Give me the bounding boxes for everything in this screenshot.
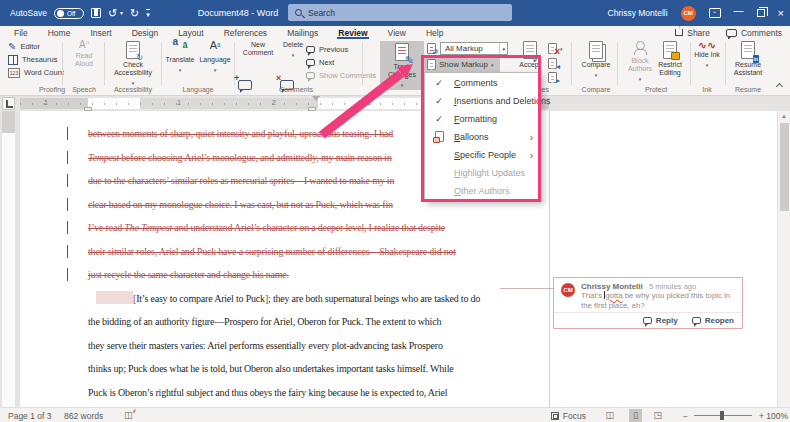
save-icon[interactable] xyxy=(91,8,101,18)
ribbon-tab[interactable]: References xyxy=(214,26,277,39)
comment-author: Chrissy Montelli xyxy=(581,282,643,291)
restore-icon[interactable] xyxy=(757,9,765,17)
show-markup-menu-item[interactable]: ✓ Insertions and Deletions › xyxy=(425,92,540,110)
check-accessibility-button[interactable]: Check Accessibility ▾ xyxy=(110,41,156,87)
ribbon-tab[interactable]: Mailings xyxy=(277,26,328,39)
previous-change-icon xyxy=(548,58,557,69)
comment-card[interactable]: CM Chrissy Montelli 5 minutes ago That’s… xyxy=(553,277,743,329)
new-comment-button[interactable]: New Comment xyxy=(238,41,278,57)
print-layout-button[interactable]: ▯ xyxy=(629,408,642,422)
previous-change-button[interactable] xyxy=(548,58,557,69)
read-aloud-button[interactable]: A Read Aloud xyxy=(66,41,102,68)
reply-icon xyxy=(643,317,652,324)
scrollbar[interactable]: ▲ xyxy=(777,111,790,407)
restrict-editing-button[interactable]: Restrict Editing xyxy=(651,41,689,77)
ruler-number: 2 xyxy=(272,99,276,106)
zoom-level[interactable]: 100% xyxy=(766,408,788,422)
web-layout-button[interactable]: ◳ xyxy=(649,408,666,422)
proofing-status-icon[interactable]: ◫ xyxy=(124,408,133,422)
hide-ink-button[interactable]: ∿∿ Hide Ink ▾ xyxy=(692,41,722,69)
previous-comment-button[interactable]: Previous xyxy=(302,43,348,56)
zoom-out-button[interactable]: − xyxy=(683,408,688,422)
compare-button[interactable]: Compare ▾ xyxy=(577,41,615,79)
show-comments-button[interactable]: Show Comments xyxy=(302,69,376,82)
comment-avatar: CM xyxy=(561,283,575,297)
search-input[interactable]: Search xyxy=(288,4,512,21)
redo-icon[interactable]: ↻ xyxy=(130,8,139,19)
ribbon-tab[interactable]: File xyxy=(4,26,38,39)
first-line-indent-marker[interactable] xyxy=(312,96,320,101)
resume-assistant-button[interactable]: Resume Assistant xyxy=(728,41,768,77)
previous-comment-icon xyxy=(306,46,315,53)
reject-button[interactable]: ▾ xyxy=(548,43,563,54)
show-markup-button[interactable]: Show Markup ▾ xyxy=(424,57,500,72)
word-count-status[interactable]: 862 words xyxy=(64,408,103,422)
ribbon-tab[interactable]: Home xyxy=(38,26,81,39)
scroll-up-icon[interactable]: ▲ xyxy=(781,113,787,119)
left-indent-marker[interactable] xyxy=(308,107,316,111)
collapse-ribbon-icon[interactable] xyxy=(776,83,783,90)
submenu-arrow-icon: › xyxy=(530,150,533,161)
ribbon-tabs: File Home Insert Design Layout Reference… xyxy=(4,26,453,39)
reopen-button[interactable]: Reopen xyxy=(692,316,734,325)
editor-icon: ✎ xyxy=(8,41,16,52)
ribbon-tab[interactable]: Design xyxy=(122,26,168,39)
zoom-slider-thumb[interactable] xyxy=(720,411,724,420)
ribbon-tab[interactable]: Help xyxy=(416,26,453,39)
show-markup-menu-item[interactable]: ✓ Comments › xyxy=(425,74,540,92)
ribbon-tab[interactable]: Review xyxy=(328,26,377,39)
all-markup-dropdown[interactable]: All Markup ▾ xyxy=(440,42,508,55)
user-name[interactable]: Chrissy Montelli xyxy=(608,8,668,18)
show-markup-menu-item[interactable]: ✓ Other Authors › xyxy=(425,182,540,200)
comment-highlight xyxy=(96,291,133,304)
ruler: 1 1234 xyxy=(0,96,790,111)
page-indicator[interactable]: Page 1 of 3 xyxy=(8,408,51,422)
show-markup-menu-item[interactable]: ✓ Specific People › xyxy=(425,146,540,164)
show-markup-icon xyxy=(427,59,436,70)
close-icon[interactable]: × xyxy=(778,8,784,18)
comments-button[interactable]: Comments xyxy=(726,28,782,38)
menu-item-label: Other Authors xyxy=(454,186,510,196)
resume-assistant-icon xyxy=(741,41,755,59)
track-changes-icon xyxy=(395,43,409,61)
next-change-icon xyxy=(548,72,557,83)
next-change-button[interactable] xyxy=(548,72,557,83)
hanging-indent-marker[interactable] xyxy=(84,107,92,111)
undo-caret-icon[interactable]: ▾ xyxy=(120,10,123,16)
ribbon-tab[interactable]: View xyxy=(378,26,416,39)
accept-icon xyxy=(523,41,537,59)
document-area: between moments of sharp, quiet intensit… xyxy=(0,111,790,407)
group-label-protect: Protect xyxy=(629,86,683,93)
read-aloud-icon: A xyxy=(79,41,89,50)
group-label-accessibility: Accessibility xyxy=(106,86,160,93)
scrollbar-thumb[interactable] xyxy=(780,123,789,211)
show-markup-menu-item[interactable]: ✓ Formatting › xyxy=(425,110,540,128)
focus-button[interactable]: Focus xyxy=(551,408,586,422)
language-button[interactable]: A Language ▾ xyxy=(197,41,233,74)
reject-icon xyxy=(548,43,557,54)
autosave-toggle[interactable]: Off xyxy=(54,8,84,19)
ribbon-display-options-icon[interactable]: ⌃ xyxy=(709,8,721,18)
minimize-icon[interactable]: — xyxy=(734,8,744,18)
customize-qat-icon[interactable]: ▾ xyxy=(146,9,150,18)
user-avatar[interactable]: CM xyxy=(681,6,696,21)
track-changes-button[interactable]: Track Changes ▾ xyxy=(380,41,424,90)
group-accessibility: Check Accessibility ▾ Accessibility xyxy=(106,39,160,95)
show-markup-menu-item[interactable]: ✓ Highlight Updates › xyxy=(425,164,540,182)
read-mode-button[interactable]: ◫ xyxy=(601,408,618,422)
share-button[interactable]: Share xyxy=(675,28,710,38)
zoom-in-button[interactable]: + xyxy=(759,408,764,422)
ribbon-tab[interactable]: Insert xyxy=(80,26,121,39)
vertical-ruler[interactable] xyxy=(2,111,15,407)
next-comment-button[interactable]: Next xyxy=(302,56,334,69)
title-bar: AutoSave Off ↺▾ ↻ ▾ Document48 - Word Se… xyxy=(0,0,790,26)
reply-button[interactable]: Reply xyxy=(643,316,678,325)
checkmark-icon: ✓ xyxy=(435,114,443,124)
tab-selector[interactable] xyxy=(2,97,15,110)
undo-icon[interactable]: ↺ xyxy=(108,8,117,19)
show-markup-menu-item[interactable]: ✓ Balloons › xyxy=(425,128,540,146)
print-layout-icon: ▯ xyxy=(629,409,642,422)
language-icon: A xyxy=(209,41,222,54)
translate-button[interactable]: Translate ▾ xyxy=(163,41,197,74)
zoom-slider[interactable] xyxy=(694,415,752,416)
